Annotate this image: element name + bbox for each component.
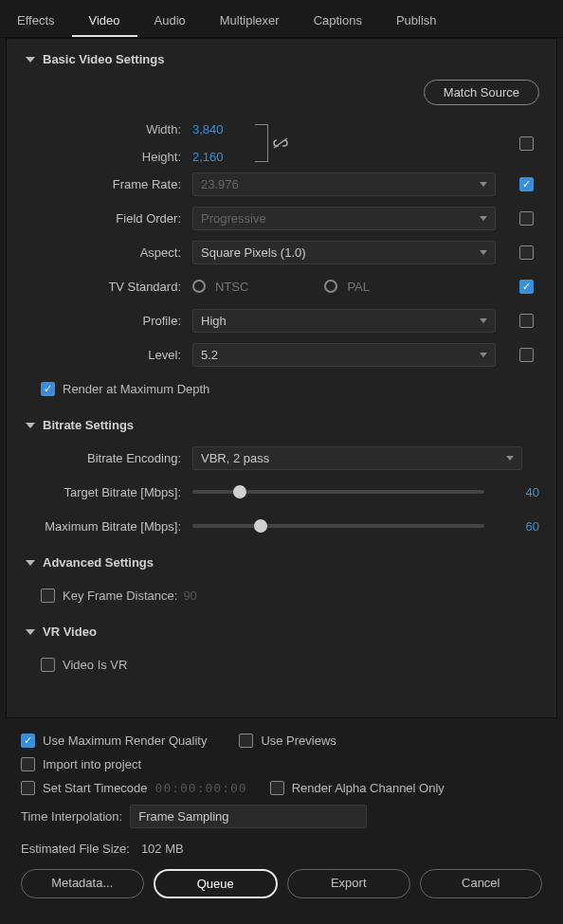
ntsc-radio[interactable]: NTSC bbox=[192, 280, 248, 294]
slider-thumb[interactable] bbox=[233, 485, 246, 498]
radio-icon bbox=[324, 280, 337, 293]
profile-label: Profile: bbox=[24, 314, 192, 328]
chevron-down-icon bbox=[480, 353, 487, 357]
aspect-dropdown[interactable]: Square Pixels (1.0) bbox=[192, 241, 496, 264]
tab-audio[interactable]: Audio bbox=[137, 8, 203, 37]
queue-button[interactable]: Queue bbox=[154, 869, 279, 898]
bitrate-header[interactable]: Bitrate Settings bbox=[24, 418, 539, 432]
target-bitrate-value[interactable]: 40 bbox=[501, 485, 539, 499]
advanced-header[interactable]: Advanced Settings bbox=[24, 555, 539, 570]
estimated-size-label: Estimated File Size: bbox=[21, 842, 130, 856]
dimensions-match-checkbox[interactable] bbox=[519, 136, 534, 151]
video-is-vr-checkbox[interactable] bbox=[41, 658, 55, 672]
chevron-down-icon bbox=[26, 57, 35, 63]
field-order-label: Field Order: bbox=[24, 211, 192, 226]
tv-standard-label: TV Standard: bbox=[24, 280, 192, 294]
time-interpolation-label: Time Interpolation: bbox=[21, 809, 122, 824]
tv-standard-match-checkbox[interactable] bbox=[519, 280, 534, 294]
profile-dropdown[interactable]: High bbox=[192, 309, 496, 333]
set-start-timecode-checkbox[interactable] bbox=[21, 781, 35, 795]
keyframe-distance-value: 90 bbox=[183, 589, 196, 603]
advanced-title: Advanced Settings bbox=[43, 555, 154, 570]
radio-icon bbox=[192, 280, 206, 293]
set-start-timecode-label: Set Start Timecode bbox=[43, 781, 148, 795]
video-settings-panel: Basic Video Settings Match Source Width:… bbox=[6, 38, 557, 718]
level-dropdown[interactable]: 5.2 bbox=[192, 343, 496, 367]
use-max-quality-label: Use Maximum Render Quality bbox=[43, 734, 207, 748]
chevron-down-icon bbox=[26, 629, 35, 635]
field-order-dropdown[interactable]: Progressive bbox=[192, 207, 496, 230]
export-footer: Use Maximum Render Quality Use Previews … bbox=[0, 718, 563, 910]
chevron-down-icon bbox=[480, 318, 487, 323]
chevron-down-icon bbox=[480, 182, 487, 187]
video-is-vr-label: Video Is VR bbox=[63, 658, 127, 672]
render-alpha-label: Render Alpha Channel Only bbox=[292, 781, 445, 795]
vr-header[interactable]: VR Video bbox=[24, 625, 539, 639]
tab-publish[interactable]: Publish bbox=[379, 8, 454, 37]
aspect-label: Aspect: bbox=[24, 245, 192, 260]
tab-video[interactable]: Video bbox=[72, 8, 137, 37]
vr-title: VR Video bbox=[43, 625, 97, 639]
aspect-match-checkbox[interactable] bbox=[519, 245, 534, 260]
max-bitrate-label: Maximum Bitrate [Mbps]: bbox=[24, 519, 192, 534]
basic-video-section: Basic Video Settings Match Source Width:… bbox=[24, 52, 539, 401]
bitrate-encoding-dropdown[interactable]: VBR, 2 pass bbox=[192, 446, 522, 470]
width-value[interactable]: 3,840 bbox=[192, 122, 249, 136]
keyframe-distance-label: Key Frame Distance: bbox=[63, 589, 177, 603]
bitrate-title: Bitrate Settings bbox=[43, 418, 134, 432]
keyframe-distance-checkbox[interactable] bbox=[41, 589, 55, 603]
use-previews-checkbox[interactable] bbox=[239, 734, 253, 748]
level-match-checkbox[interactable] bbox=[519, 348, 534, 362]
level-label: Level: bbox=[24, 348, 192, 362]
metadata-button[interactable]: Metadata... bbox=[21, 869, 144, 898]
frame-rate-match-checkbox[interactable] bbox=[519, 177, 534, 191]
frame-rate-label: Frame Rate: bbox=[24, 177, 192, 191]
use-max-quality-checkbox[interactable] bbox=[21, 734, 35, 748]
render-alpha-checkbox[interactable] bbox=[270, 781, 284, 795]
chevron-down-icon bbox=[506, 456, 514, 461]
cancel-button[interactable]: Cancel bbox=[420, 869, 543, 898]
bitrate-encoding-label: Bitrate Encoding: bbox=[24, 451, 192, 465]
link-bracket bbox=[255, 124, 268, 162]
unlink-icon[interactable] bbox=[270, 136, 287, 150]
frame-rate-dropdown[interactable]: 23.976 bbox=[192, 172, 496, 196]
target-bitrate-slider[interactable] bbox=[192, 490, 484, 494]
render-max-depth-checkbox[interactable] bbox=[41, 382, 55, 396]
pal-radio[interactable]: PAL bbox=[324, 280, 370, 294]
export-button[interactable]: Export bbox=[287, 869, 410, 898]
tab-multiplexer[interactable]: Multiplexer bbox=[203, 8, 297, 37]
match-source-button[interactable]: Match Source bbox=[424, 80, 539, 105]
profile-match-checkbox[interactable] bbox=[519, 314, 534, 328]
render-max-depth-label: Render at Maximum Depth bbox=[63, 382, 209, 396]
max-bitrate-value[interactable]: 60 bbox=[501, 519, 539, 534]
time-interpolation-dropdown[interactable]: Frame Sampling bbox=[130, 805, 367, 828]
field-order-match-checkbox[interactable] bbox=[519, 211, 534, 226]
timecode-value: 00:00:00:00 bbox=[155, 781, 247, 795]
advanced-section: Advanced Settings Key Frame Distance: 90 bbox=[24, 555, 539, 607]
estimated-size-value: 102 MB bbox=[141, 842, 184, 856]
target-bitrate-label: Target Bitrate [Mbps]: bbox=[24, 485, 192, 499]
use-previews-label: Use Previews bbox=[261, 734, 336, 748]
tab-bar: Effects Video Audio Multiplexer Captions… bbox=[0, 0, 563, 38]
import-project-label: Import into project bbox=[43, 757, 141, 771]
tab-effects[interactable]: Effects bbox=[0, 8, 72, 37]
width-label: Width: bbox=[24, 122, 181, 136]
height-label: Height: bbox=[24, 150, 181, 164]
basic-video-title: Basic Video Settings bbox=[43, 52, 164, 66]
chevron-down-icon bbox=[480, 216, 487, 221]
max-bitrate-slider[interactable] bbox=[192, 524, 484, 528]
chevron-down-icon bbox=[480, 250, 487, 255]
bitrate-section: Bitrate Settings Bitrate Encoding: VBR, … bbox=[24, 418, 539, 538]
chevron-down-icon bbox=[26, 423, 35, 428]
chevron-down-icon bbox=[26, 560, 35, 566]
vr-section: VR Video Video Is VR bbox=[24, 625, 539, 677]
basic-video-header[interactable]: Basic Video Settings bbox=[24, 52, 539, 66]
height-value[interactable]: 2,160 bbox=[192, 150, 249, 164]
slider-thumb[interactable] bbox=[254, 519, 267, 533]
tab-captions[interactable]: Captions bbox=[297, 8, 379, 37]
import-project-checkbox[interactable] bbox=[21, 757, 35, 771]
